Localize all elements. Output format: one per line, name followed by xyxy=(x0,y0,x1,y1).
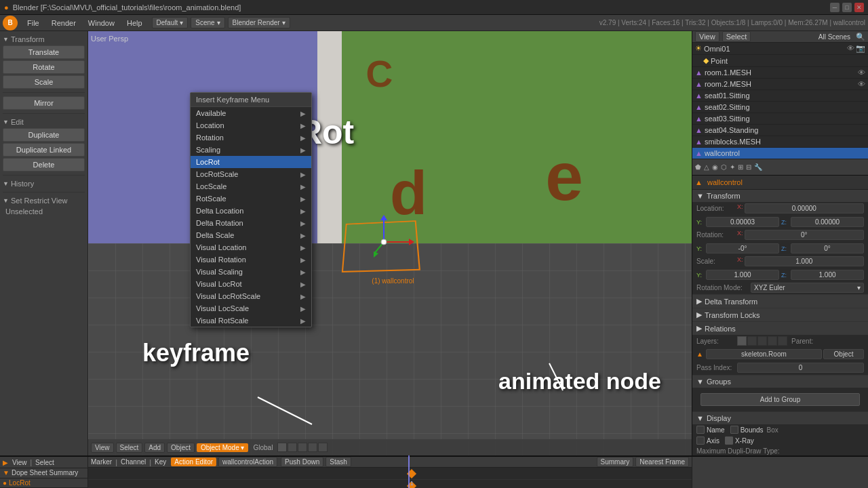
rotate-button[interactable]: Rotate xyxy=(3,60,85,74)
props-icon-constraints[interactable]: ⊟ xyxy=(746,163,751,171)
menu-item-location[interactable]: Location ▶ xyxy=(191,119,311,131)
props-icon-material[interactable]: ◉ xyxy=(712,163,718,171)
view-btn[interactable]: View xyxy=(12,459,27,466)
scale-x-value[interactable]: 1.000 xyxy=(745,256,864,266)
relations-header[interactable]: ▶ Relations xyxy=(692,322,868,335)
nearest-frame-btn[interactable]: Nearest Frame xyxy=(635,457,689,467)
engine-selector[interactable]: Blender Render ▾ xyxy=(228,17,290,28)
transform-section-header[interactable]: ▼ Transform xyxy=(3,34,85,45)
search-icon[interactable]: 🔍 xyxy=(856,33,865,41)
menu-item-visual-locscale[interactable]: Visual LocScale ▶ xyxy=(191,302,311,314)
push-down-btn[interactable]: Push Down xyxy=(281,457,323,467)
visibility-icon[interactable]: 👁 xyxy=(858,80,865,88)
object-menu-btn[interactable]: Object xyxy=(167,443,195,453)
menu-item-rotation[interactable]: Rotation ▶ xyxy=(191,131,311,144)
select-menu-btn[interactable]: Select xyxy=(116,443,143,453)
maximize-button[interactable]: □ xyxy=(842,3,852,12)
outliner-item-room1[interactable]: ▲ room.1.MESH 👁 xyxy=(692,67,868,79)
stash-btn[interactable]: Stash xyxy=(326,457,351,467)
scale-y-value[interactable]: 1.000 xyxy=(706,270,779,280)
file-menu[interactable]: File xyxy=(22,18,45,28)
menu-item-delta-scale[interactable]: Delta Scale ▶ xyxy=(191,229,311,241)
minimize-button[interactable]: ─ xyxy=(830,3,840,12)
mirror-button[interactable]: Mirror xyxy=(3,96,85,110)
mode-selector[interactable]: Object Mode ▾ xyxy=(197,443,248,452)
scene-selector[interactable]: Scene ▾ xyxy=(191,17,224,28)
marker-btn[interactable]: Marker xyxy=(91,458,112,466)
visibility-icon[interactable]: 👁 xyxy=(858,68,865,77)
summary-btn[interactable]: Summary xyxy=(597,457,634,467)
menu-item-visual-rotation[interactable]: Visual Rotation ▶ xyxy=(191,253,311,266)
outliner-item-smiblocks[interactable]: ▲ smiblocks.MESH xyxy=(692,136,868,148)
bounds-checkbox[interactable] xyxy=(730,426,738,434)
menu-item-locrot[interactable]: LocRot xyxy=(191,156,311,168)
outliner-item-room2[interactable]: ▲ room.2.MESH 👁 xyxy=(692,79,868,90)
parent-value[interactable]: skeleton.Room xyxy=(706,349,822,359)
outliner-item-omni[interactable]: ☀ Omni01 👁 📷 xyxy=(692,43,868,55)
outliner-item-seat1[interactable]: ▲ seat01.Sitting xyxy=(692,90,868,102)
layer-btn-3[interactable] xyxy=(298,443,307,452)
props-icon-texture[interactable]: ⬡ xyxy=(721,163,727,171)
select-btn[interactable]: Select xyxy=(35,459,54,466)
outliner-view-btn[interactable]: View xyxy=(695,31,719,42)
pass-index-value[interactable]: 0 xyxy=(737,363,864,373)
layout-selector[interactable]: Default ▾ xyxy=(152,17,189,28)
window-menu[interactable]: Window xyxy=(83,18,120,28)
groups-header[interactable]: ▼ Groups xyxy=(692,375,868,388)
translate-button[interactable]: Translate xyxy=(3,45,85,59)
edit-section-header[interactable]: ▼ Edit xyxy=(3,117,85,127)
props-icon-particles[interactable]: ✦ xyxy=(730,163,735,171)
object-name-value[interactable]: wallcontrol xyxy=(707,178,743,186)
menu-item-scaling[interactable]: Scaling ▶ xyxy=(191,144,311,156)
location-z-value[interactable]: 0.00000 xyxy=(791,217,864,227)
layer-btn-4[interactable] xyxy=(308,443,317,452)
transform-locks-header[interactable]: ▶ Transform Locks xyxy=(692,308,868,321)
duplicate-button[interactable]: Duplicate xyxy=(3,128,85,142)
menu-item-visual-location[interactable]: Visual Location ▶ xyxy=(191,241,311,253)
outliner-item-point[interactable]: ◆ Point xyxy=(692,55,868,67)
menu-item-locrotscale[interactable]: LocRotScale ▶ xyxy=(191,168,311,180)
outliner-select-btn[interactable]: Select xyxy=(722,31,751,42)
parent-type-value[interactable]: Object xyxy=(823,349,864,359)
layer-dot-2[interactable] xyxy=(747,336,757,346)
history-section-header[interactable]: ▼ History xyxy=(3,178,85,189)
outliner-item-wallcontrol[interactable]: ▲ wallcontrol xyxy=(692,148,868,159)
scale-z-value[interactable]: 1.000 xyxy=(791,270,864,280)
props-icon-modifiers[interactable]: 🔧 xyxy=(754,163,762,171)
delta-transform-header[interactable]: ▶ Delta Transform xyxy=(692,295,868,308)
rotation-y-value[interactable]: -0° xyxy=(706,243,779,253)
axis-checkbox[interactable] xyxy=(696,436,705,445)
transform-props-header[interactable]: ▼ Transform xyxy=(692,190,868,202)
layer-btn-2[interactable] xyxy=(288,443,297,452)
add-menu-btn[interactable]: Add xyxy=(144,443,165,453)
restrict-section-header[interactable]: ▼ Set Restrict View xyxy=(3,195,85,206)
layer-dot-5[interactable] xyxy=(778,336,787,346)
outliner-item-seat2[interactable]: ▲ seat02.Sitting xyxy=(692,102,868,113)
menu-item-available[interactable]: Available ▶ xyxy=(191,107,311,119)
scale-button[interactable]: Scale xyxy=(3,75,85,89)
delete-button[interactable]: Delete xyxy=(3,158,85,171)
layer-dot-4[interactable] xyxy=(768,336,777,346)
add-to-group-button[interactable]: Add to Group xyxy=(701,393,860,406)
channel-btn[interactable]: Channel xyxy=(121,458,146,466)
menu-item-delta-rotation[interactable]: Delta Rotation ▶ xyxy=(191,217,311,229)
help-menu[interactable]: Help xyxy=(121,18,148,28)
layer-dot-1[interactable] xyxy=(737,336,747,346)
menu-item-locscale[interactable]: LocScale ▶ xyxy=(191,180,311,192)
key-btn[interactable]: Key xyxy=(155,458,166,466)
render-icon[interactable]: 📷 xyxy=(856,44,865,53)
display-header[interactable]: ▼ Display xyxy=(692,412,868,424)
duplicate-linked-button[interactable]: Duplicate Linked xyxy=(3,143,85,157)
props-icon-object[interactable]: ⬟ xyxy=(695,163,701,171)
viewport[interactable]: C d e User Persp keyframe LocRot animate… xyxy=(88,31,692,455)
menu-item-delta-location[interactable]: Delta Location ▶ xyxy=(191,205,311,217)
action-name-btn[interactable]: wallcontrolAction xyxy=(218,457,277,467)
layer-dot-3[interactable] xyxy=(757,336,767,346)
outliner-item-seat3[interactable]: ▲ seat03.Sitting xyxy=(692,113,868,125)
menu-item-visual-scaling[interactable]: Visual Scaling ▶ xyxy=(191,266,311,278)
menu-item-visual-rotscale[interactable]: Visual RotScale ▶ xyxy=(191,314,311,327)
editor-type-btn[interactable]: Action Editor xyxy=(171,458,216,466)
outliner-item-seat4[interactable]: ▲ seat04.Standing xyxy=(692,125,868,136)
rotation-z-value[interactable]: 0° xyxy=(791,243,864,253)
visibility-icon[interactable]: 👁 xyxy=(847,44,854,53)
